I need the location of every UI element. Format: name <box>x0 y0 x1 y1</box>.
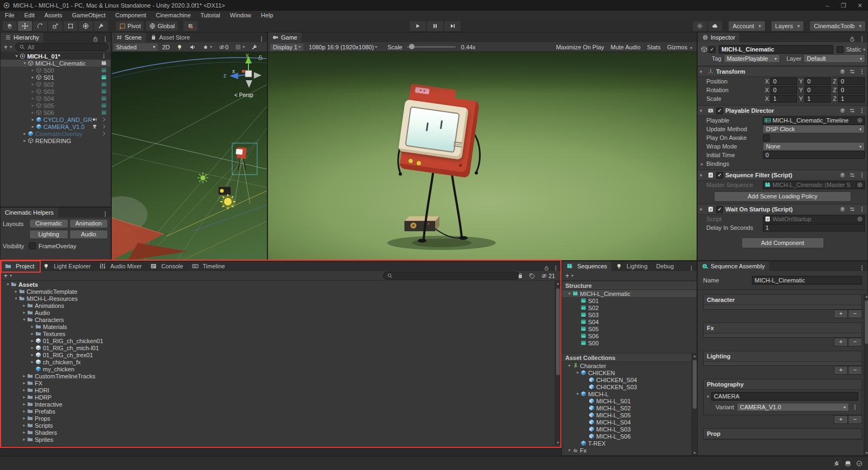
foldout-arrow[interactable]: ▾ <box>21 317 27 322</box>
tree-row-mich-l-resources[interactable]: ▾MICH-L-Resources <box>2 295 550 302</box>
hand-tool-icon[interactable] <box>3 21 17 31</box>
character-remove-button[interactable]: − <box>848 310 862 318</box>
tree-row-assets[interactable]: ▾Assets <box>2 281 550 288</box>
foldout-arrow[interactable]: ▸ <box>21 303 27 308</box>
tree-row-01-rig-ch-mich-l01[interactable]: ▸01_RIG_ch_mich-l01 <box>2 344 550 351</box>
static-checkbox[interactable] <box>837 46 844 53</box>
tree-row-s06[interactable]: S06 <box>562 332 697 339</box>
rotation-z-field[interactable]: 0 <box>838 86 865 94</box>
assembly-name-field[interactable]: MICH-L_Cinematic <box>752 276 862 285</box>
tree-row-s00[interactable]: ▸S00 <box>1 67 111 74</box>
bindings-foldout[interactable]: Bindings <box>706 160 729 167</box>
display-dropdown[interactable]: Display 1▾ <box>270 43 303 51</box>
foldout-arrow[interactable]: ▾ <box>566 363 572 368</box>
add-component-button[interactable]: Add Component <box>742 237 824 248</box>
help-icon[interactable]: ? <box>839 206 846 213</box>
foldout-arrow[interactable]: ▸ <box>29 324 35 329</box>
tab-lighting[interactable]: Lighting <box>611 261 652 271</box>
tab-hierarchy[interactable]: Hierarchy <box>1 33 43 42</box>
lock-icon[interactable] <box>544 265 550 271</box>
kebab-menu-icon[interactable] <box>553 265 559 271</box>
kebab-menu-icon[interactable] <box>859 36 865 42</box>
camera-asset-field[interactable]: CAMERA <box>711 392 858 401</box>
scene-viewport[interactable]: y x z < Persp <box>112 52 267 260</box>
play-button[interactable] <box>410 21 426 31</box>
tree-row-chicken-s04[interactable]: CHICKEN_S04 <box>562 376 697 383</box>
kebab-icon[interactable] <box>101 53 107 59</box>
draw-mode-dropdown[interactable]: Shaded▾ <box>113 43 158 51</box>
foldout-arrow[interactable]: ▾ <box>5 282 11 287</box>
kebab-menu-icon[interactable] <box>102 211 108 217</box>
hidden-count-toggle[interactable]: 21 <box>541 273 555 279</box>
character-add-button[interactable]: + <box>834 310 848 318</box>
tree-row-cyclo-and-grid[interactable]: ▸CYCLO_AND_GRID <box>1 116 111 123</box>
foldout-arrow[interactable]: ▸ <box>21 409 27 414</box>
tree-row-mich-l-s01[interactable]: MICH-L_S01 <box>562 397 697 404</box>
sequence-filter-header[interactable]: ▾# ✓ Sequence Filter (Script) ? <box>698 170 867 181</box>
tree-row-mich-l-s06[interactable]: MICH-L_S06 <box>562 433 697 440</box>
scale-x-field[interactable]: 1 <box>770 95 796 102</box>
create-button[interactable]: + <box>3 272 9 280</box>
foldout-arrow[interactable]: ▸ <box>29 359 35 364</box>
active-checkbox[interactable]: ✓ <box>709 46 716 53</box>
packages-visibility-icon[interactable] <box>517 273 524 279</box>
frameoverlay-checkbox[interactable] <box>29 242 36 249</box>
cinematic-layout-button[interactable]: Cinematic <box>29 219 68 228</box>
tree-row-rendering[interactable]: ▸RENDERING <box>1 137 111 144</box>
scale-tool-icon[interactable] <box>48 21 62 31</box>
tree-row-characters[interactable]: ▾Characters <box>2 316 550 323</box>
presets-icon[interactable] <box>849 172 856 178</box>
tree-row-hdrp[interactable]: ▸HDRP <box>2 394 550 401</box>
photography-add-button[interactable]: + <box>834 415 848 424</box>
project-scrollbar[interactable]: ▲ ▼ <box>555 281 560 445</box>
foldout-arrow[interactable]: ▸ <box>30 96 36 101</box>
photography-remove-button[interactable]: − <box>848 415 862 424</box>
foldout-arrow[interactable]: ▸ <box>21 416 27 421</box>
foldout-arrow[interactable]: ▸ <box>30 82 36 87</box>
grid-visibility-dropdown-icon[interactable]: ▾ <box>233 43 247 51</box>
tree-row-camera-v1-0[interactable]: ▸CAMERA_V1.0 <box>1 123 111 130</box>
create-caret[interactable]: ▾ <box>571 273 573 278</box>
layout-dropdown[interactable]: CinematicToolb▾ <box>809 21 866 31</box>
kebab-menu-icon[interactable] <box>859 68 865 75</box>
wait-on-startup-header[interactable]: ▾# ✓ Wait On Startup (Script) ? <box>698 204 867 215</box>
transform-tool-icon[interactable] <box>79 21 93 31</box>
tree-row-mich-l-s03[interactable]: MICH-L_S03 <box>562 426 697 433</box>
kebab-menu-icon[interactable] <box>258 36 265 42</box>
tripod-icon[interactable] <box>92 124 98 130</box>
playable-object-field[interactable]: MICH-L_Cinematic_Timeline <box>763 117 865 125</box>
foldout-arrow[interactable]: ▸ <box>22 131 28 136</box>
update-method-dropdown[interactable]: DSP Clock▾ <box>763 125 865 133</box>
tree-row-01-rig-ch-trex01[interactable]: ▸01_RIG_ch_trex01 <box>2 351 550 358</box>
foldout-arrow[interactable]: ▸ <box>21 430 27 435</box>
tab-project[interactable]: Project <box>1 261 39 271</box>
tab-inspector[interactable]: i Inspector <box>698 33 739 42</box>
custom-tool-icon[interactable] <box>94 21 108 31</box>
component-enabled-checkbox[interactable]: ✓ <box>716 172 723 179</box>
component-enabled-checkbox[interactable]: ✓ <box>716 206 723 213</box>
tree-row-shaders[interactable]: ▸Shaders <box>2 429 550 436</box>
menu-item[interactable]: File <box>0 11 20 20</box>
tree-row-cinematicoverlay[interactable]: ▸CinematicOverlay <box>1 130 111 137</box>
kebab-menu-icon[interactable] <box>852 404 858 410</box>
rotation-x-field[interactable]: 0 <box>770 86 796 94</box>
tab-scene[interactable]: Scene <box>112 33 146 42</box>
assembly-scrollbar[interactable]: ▲ ▼ <box>864 294 868 455</box>
account-dropdown[interactable]: Account▾ <box>728 21 765 31</box>
rect-tool-icon[interactable] <box>63 21 78 31</box>
tab-game[interactable]: Game <box>268 33 302 42</box>
scene-fx-dropdown-icon[interactable]: ▾ <box>200 43 214 51</box>
presets-icon[interactable] <box>849 206 856 213</box>
tree-row-01-rig-ch-chicken01[interactable]: ▸01_RIG_ch_chicken01 <box>2 337 550 344</box>
foldout-arrow[interactable]: ▾ <box>22 61 28 66</box>
kebab-menu-icon[interactable] <box>859 107 865 114</box>
foldout-arrow[interactable]: ▸ <box>21 310 27 315</box>
tree-row-hdri[interactable]: ▸HDRI <box>2 387 550 394</box>
foldout-arrow[interactable]: ▸ <box>29 352 35 357</box>
tab-sequences[interactable]: Sequences <box>562 261 611 271</box>
scale-slider[interactable] <box>407 46 456 48</box>
create-button[interactable]: + <box>564 272 570 280</box>
rotate-tool-icon[interactable] <box>33 21 47 31</box>
foldout-arrow[interactable]: ▸ <box>30 110 36 115</box>
tab-audio-mixer[interactable]: Audio Mixer <box>95 261 146 271</box>
